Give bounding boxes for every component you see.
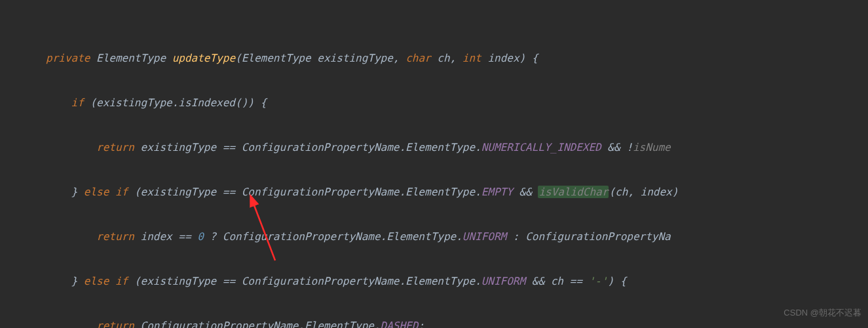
code-line: } else if (existingType == Configuration… xyxy=(46,181,868,203)
keyword: char xyxy=(406,52,431,64)
param: index xyxy=(487,52,519,64)
type: ElementType xyxy=(242,52,311,64)
code-line: } else if (existingType == Configuration… xyxy=(46,270,868,293)
brace: } xyxy=(71,186,78,198)
keyword: return xyxy=(96,230,134,243)
code-line: private ElementType updateType(ElementTy… xyxy=(46,47,868,70)
code-text: ConfigurationPropertyName.ElementType. xyxy=(141,319,381,328)
code-text: ? ConfigurationPropertyName.ElementType. xyxy=(204,230,462,243)
code-line: return existingType == ConfigurationProp… xyxy=(46,136,868,159)
keyword: else xyxy=(84,275,109,287)
code-text: && ! xyxy=(601,141,633,154)
code-text: existingType == ConfigurationPropertyNam… xyxy=(141,141,481,154)
code-line: if (existingType.isIndexed()) { xyxy=(46,92,868,114)
code-text: && ch == xyxy=(525,275,588,287)
brace: } xyxy=(71,275,78,287)
method-call-highlighted: isValidChar xyxy=(538,186,609,198)
param: ch xyxy=(437,52,449,64)
code-text: (existingType.isIndexed()) { xyxy=(90,96,267,109)
keyword: if xyxy=(71,96,84,109)
constant: UNIFORM xyxy=(462,230,506,243)
paren: ) xyxy=(519,52,532,64)
code-text: index == xyxy=(141,230,198,243)
keyword: int xyxy=(462,52,481,64)
keyword: else xyxy=(84,186,109,198)
constant: DASHED xyxy=(381,319,419,328)
keyword: if xyxy=(115,275,128,287)
code-text: (ch, index) xyxy=(609,186,678,198)
string: '-' xyxy=(588,275,607,287)
paren: ( xyxy=(235,52,242,64)
code-text: && xyxy=(513,186,538,198)
keyword: private xyxy=(46,52,90,64)
code-editor[interactable]: private ElementType updateType(ElementTy… xyxy=(0,0,868,328)
number: 0 xyxy=(197,230,204,243)
comma: , xyxy=(393,52,406,64)
keyword: return xyxy=(96,319,134,328)
constant: NUMERICALLY_INDEXED xyxy=(481,141,601,154)
keyword: if xyxy=(115,186,128,198)
code-text: (existingType == ConfigurationPropertyNa… xyxy=(134,275,481,287)
code-text: ) { xyxy=(607,275,626,287)
constant: UNIFORM xyxy=(481,275,525,287)
code-line: return index == 0 ? ConfigurationPropert… xyxy=(46,226,868,248)
code-text: (existingType == ConfigurationPropertyNa… xyxy=(134,186,481,198)
code-text: : ConfigurationPropertyNa xyxy=(506,230,670,243)
type: ElementType xyxy=(96,52,166,64)
code-line: return ConfigurationPropertyName.Element… xyxy=(46,315,868,328)
constant: EMPTY xyxy=(481,186,513,198)
method-call: isNume xyxy=(633,141,671,154)
method-name: updateType xyxy=(172,52,235,64)
watermark: CSDN @朝花不迟暮 xyxy=(783,302,861,324)
param: existingType xyxy=(317,52,393,64)
comma: , xyxy=(450,52,462,64)
keyword: return xyxy=(96,141,134,154)
semicolon: ; xyxy=(418,319,425,328)
brace: { xyxy=(532,52,538,64)
